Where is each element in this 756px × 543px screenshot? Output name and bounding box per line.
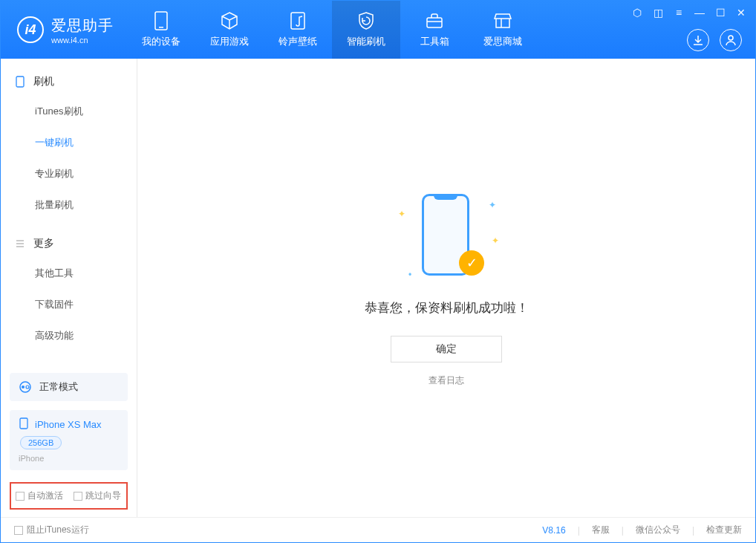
auto-activate-checkbox[interactable]: 自动激活 xyxy=(16,490,63,502)
logo-area: i4 爱思助手 www.i4.cn xyxy=(1,16,127,45)
app-logo-text: 爱思助手 www.i4.cn xyxy=(51,16,114,45)
sidebar-header-flash[interactable]: 刷机 xyxy=(1,68,137,96)
main-content: ✓ ✦ ✦ • ✦ 恭喜您，保资料刷机成功啦！ 确定 查看日志 xyxy=(137,59,755,517)
footer-link-support[interactable]: 客服 xyxy=(592,524,610,536)
svg-rect-1 xyxy=(159,27,163,28)
shop-icon xyxy=(493,11,512,30)
nav-tab-device[interactable]: 我的设备 xyxy=(127,1,195,59)
device-type: iPhone xyxy=(19,454,119,463)
nav-tab-toolbox[interactable]: 工具箱 xyxy=(400,1,469,59)
minimize-icon[interactable]: — xyxy=(693,7,706,19)
maximize-icon[interactable]: ☐ xyxy=(714,7,727,19)
mode-card[interactable]: 正常模式 xyxy=(10,373,128,401)
sidebar-header-more[interactable]: 更多 xyxy=(1,230,137,258)
sidebar-item-oneclick-flash[interactable]: 一键刷机 xyxy=(1,127,137,158)
app-header: i4 爱思助手 www.i4.cn 我的设备 应用游戏 铃声壁纸 智能刷机 工具… xyxy=(1,1,755,59)
device-name-row: iPhone XS Max xyxy=(19,417,119,432)
app-logo-icon: i4 xyxy=(17,16,44,43)
nav-tab-ringtones[interactable]: 铃声壁纸 xyxy=(264,1,332,59)
svg-point-7 xyxy=(22,386,25,388)
footer-link-wechat[interactable]: 微信公众号 xyxy=(636,524,680,536)
device-icon xyxy=(151,11,171,30)
section-title: 刷机 xyxy=(33,75,54,88)
checkbox-label: 阻止iTunes运行 xyxy=(27,524,89,536)
section-title: 更多 xyxy=(33,237,54,250)
mode-label: 正常模式 xyxy=(39,380,78,394)
cube-icon xyxy=(220,11,239,30)
skip-guide-checkbox[interactable]: 跳过向导 xyxy=(74,490,121,502)
phone-icon xyxy=(14,76,26,88)
svg-rect-5 xyxy=(16,77,24,87)
sparkle-icon: ✦ xyxy=(489,200,496,210)
tshirt-icon[interactable]: ⬡ xyxy=(630,7,644,19)
sidebar-item-other-tools[interactable]: 其他工具 xyxy=(1,258,137,289)
svg-rect-9 xyxy=(20,418,27,429)
titlebar-controls: ⬡ ◫ ≡ — ☐ ✕ xyxy=(630,7,748,19)
block-itunes-checkbox[interactable]: 阻止iTunes运行 xyxy=(14,524,89,536)
device-name: iPhone XS Max xyxy=(35,419,102,430)
checkbox-icon xyxy=(16,492,25,501)
ok-button[interactable]: 确定 xyxy=(391,336,502,362)
user-button[interactable] xyxy=(720,29,742,51)
shield-icon xyxy=(356,11,376,30)
svg-point-8 xyxy=(26,386,29,388)
sparkle-icon: • xyxy=(408,270,411,280)
nav-label: 应用游戏 xyxy=(210,35,249,48)
sidebar-item-download-firmware[interactable]: 下载固件 xyxy=(1,289,137,320)
nav-label: 爱思商城 xyxy=(483,35,522,48)
success-illustration: ✓ ✦ ✦ • ✦ xyxy=(391,189,502,286)
checkmark-badge-icon: ✓ xyxy=(459,250,484,276)
mode-icon xyxy=(19,380,32,394)
nav-label: 智能刷机 xyxy=(347,35,385,48)
checkbox-label: 跳过向导 xyxy=(85,490,121,502)
nav-label: 工具箱 xyxy=(420,35,449,48)
sidebar-section-flash: 刷机 iTunes刷机 一键刷机 专业刷机 批量刷机 xyxy=(1,59,137,221)
device-card[interactable]: iPhone XS Max 256GB iPhone xyxy=(10,410,128,470)
footer-link-update[interactable]: 检查更新 xyxy=(706,524,742,536)
sidebar-section-more: 更多 其他工具 下载固件 高级功能 xyxy=(1,221,137,351)
body-area: 刷机 iTunes刷机 一键刷机 专业刷机 批量刷机 更多 其他工具 下载固件 … xyxy=(1,59,755,517)
menu-icon[interactable]: ≡ xyxy=(672,7,685,19)
svg-point-4 xyxy=(729,36,733,40)
version-label: V8.16 xyxy=(542,525,565,536)
sidebar-item-batch-flash[interactable]: 批量刷机 xyxy=(1,189,137,221)
download-button[interactable] xyxy=(687,29,709,51)
list-icon xyxy=(14,238,26,250)
checkbox-label: 自动激活 xyxy=(27,490,63,502)
footer-right: V8.16 | 客服 | 微信公众号 | 检查更新 xyxy=(542,524,742,536)
checkbox-icon xyxy=(74,492,82,501)
music-icon xyxy=(288,11,307,30)
footer-bar: 阻止iTunes运行 V8.16 | 客服 | 微信公众号 | 检查更新 xyxy=(1,517,755,542)
sparkle-icon: ✦ xyxy=(492,235,499,246)
toolbox-icon xyxy=(425,11,444,30)
device-icon xyxy=(19,417,29,432)
sidebar: 刷机 iTunes刷机 一键刷机 专业刷机 批量刷机 更多 其他工具 下载固件 … xyxy=(1,59,137,517)
sparkle-icon: ✦ xyxy=(398,209,405,219)
sidebar-item-pro-flash[interactable]: 专业刷机 xyxy=(1,158,137,189)
nav-tab-apps[interactable]: 应用游戏 xyxy=(195,1,264,59)
app-name: 爱思助手 xyxy=(51,16,114,36)
header-right-buttons xyxy=(687,29,742,51)
nav-label: 我的设备 xyxy=(142,35,180,48)
nav-tab-flash[interactable]: 智能刷机 xyxy=(332,1,400,59)
phone-notch-icon xyxy=(434,194,457,200)
bottom-options-highlighted: 自动激活 跳过向导 xyxy=(10,482,128,510)
lock-icon[interactable]: ◫ xyxy=(651,7,665,19)
nav-tabs: 我的设备 应用游戏 铃声壁纸 智能刷机 工具箱 爱思商城 xyxy=(127,1,537,59)
device-storage-badge: 256GB xyxy=(20,436,62,449)
view-log-link[interactable]: 查看日志 xyxy=(428,374,464,387)
sidebar-item-itunes-flash[interactable]: iTunes刷机 xyxy=(1,96,137,127)
result-message: 恭喜您，保资料刷机成功啦！ xyxy=(365,299,529,316)
close-icon[interactable]: ✕ xyxy=(734,7,748,19)
svg-rect-3 xyxy=(427,18,442,27)
nav-tab-shop[interactable]: 爱思商城 xyxy=(469,1,537,59)
nav-label: 铃声壁纸 xyxy=(278,35,317,48)
app-url: www.i4.cn xyxy=(51,36,114,45)
checkbox-icon xyxy=(14,526,23,535)
sidebar-item-advanced[interactable]: 高级功能 xyxy=(1,320,137,351)
